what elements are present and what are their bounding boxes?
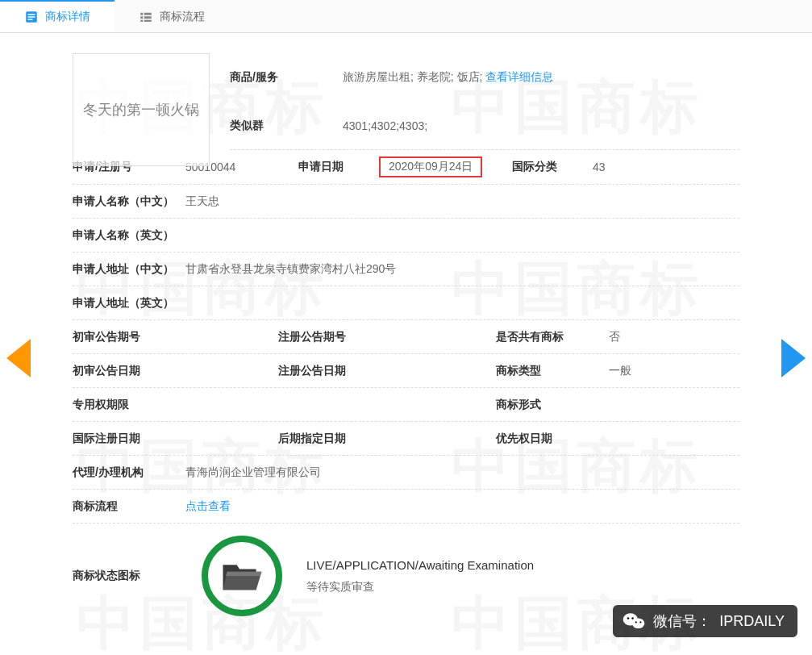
wechat-overlay: 微信号： IPRDAILY	[613, 605, 797, 637]
tab-details[interactable]: 商标详情	[0, 0, 115, 32]
excl-right-label: 专用权期限	[73, 398, 177, 412]
similar-group-label: 类似群	[230, 119, 335, 133]
applicant-addr-cn-value: 甘肃省永登县龙泉寺镇费家湾村八社290号	[185, 262, 739, 277]
goods-label: 商品/服务	[230, 70, 335, 85]
trademark-text: 冬天的第一顿火锅	[83, 100, 199, 119]
applicant-name-cn-value: 王天忠	[185, 194, 739, 209]
priority-date-label: 优先权日期	[496, 432, 601, 446]
svg-point-11	[632, 619, 644, 629]
tm-type-value: 一般	[609, 364, 739, 378]
reg-date-label: 注册公告日期	[278, 364, 383, 378]
next-arrow[interactable]	[781, 339, 806, 378]
document-icon	[24, 10, 39, 24]
tab-label: 商标详情	[45, 10, 90, 24]
goods-detail-link[interactable]: 查看详细信息	[485, 70, 553, 83]
prelim-no-label: 初审公告期号	[73, 330, 177, 344]
applicant-addr-cn-label: 申请人地址（中文）	[73, 262, 177, 277]
prev-arrow[interactable]	[6, 339, 31, 378]
svg-rect-1	[28, 14, 35, 15]
svg-rect-2	[28, 16, 35, 18]
agency-label: 代理/办理机构	[73, 465, 177, 480]
status-label: 商标状态图标	[73, 569, 177, 583]
svg-rect-7	[144, 16, 152, 19]
svg-rect-9	[144, 20, 152, 22]
trademark-image: 冬天的第一顿火锅	[73, 53, 210, 166]
tm-type-label: 商标类型	[496, 364, 601, 378]
svg-rect-4	[140, 13, 143, 15]
status-english: LIVE/APPLICATION/Awaiting Examination	[306, 558, 534, 572]
svg-rect-6	[140, 16, 143, 19]
svg-point-15	[640, 621, 642, 623]
svg-point-12	[627, 617, 630, 620]
tab-bar: 商标详情 商标流程	[0, 0, 812, 33]
reg-no-label: 注册公告期号	[278, 330, 383, 344]
folder-open-icon	[220, 557, 264, 595]
svg-point-14	[635, 621, 637, 623]
process-link[interactable]: 点击查看	[185, 499, 739, 514]
status-chinese: 等待实质审查	[306, 580, 534, 595]
prelim-date-label: 初审公告日期	[73, 364, 177, 378]
later-date-label: 后期指定日期	[278, 432, 383, 446]
joint-value: 否	[609, 330, 739, 344]
tab-process[interactable]: 商标流程	[115, 0, 229, 32]
applicant-name-cn-label: 申请人名称（中文）	[73, 194, 177, 209]
process-label: 商标流程	[73, 499, 177, 514]
list-icon	[139, 10, 153, 24]
app-date-label: 申请日期	[298, 160, 371, 174]
intl-class-value: 43	[593, 161, 697, 173]
agency-value: 青海尚润企业管理有限公司	[185, 465, 739, 480]
joint-label: 是否共有商标	[496, 330, 601, 344]
goods-value: 旅游房屋出租; 养老院; 饭店;	[343, 70, 485, 83]
svg-rect-5	[144, 13, 152, 15]
applicant-name-en-label: 申请人名称（英文）	[73, 228, 177, 243]
wechat-id: IPRDAILY	[719, 613, 785, 630]
status-icon-circle	[202, 536, 282, 616]
intl-reg-date-label: 国际注册日期	[73, 432, 177, 446]
content: 冬天的第一顿火锅 商品/服务 旅游房屋出租; 养老院; 饭店; 查看详细信息 类…	[0, 33, 812, 645]
wechat-label: 微信号：	[653, 611, 711, 631]
applicant-addr-en-label: 申请人地址（英文）	[73, 296, 177, 311]
tm-form-label: 商标形式	[496, 398, 601, 412]
intl-class-label: 国际分类	[512, 160, 585, 174]
svg-rect-3	[28, 19, 33, 20]
app-date-value: 2020年09月24日	[379, 156, 482, 177]
svg-rect-8	[140, 20, 143, 22]
similar-group-value: 4301;4302;4303;	[343, 119, 739, 132]
wechat-icon	[623, 611, 645, 631]
svg-point-13	[632, 617, 635, 620]
tab-label: 商标流程	[160, 10, 205, 24]
